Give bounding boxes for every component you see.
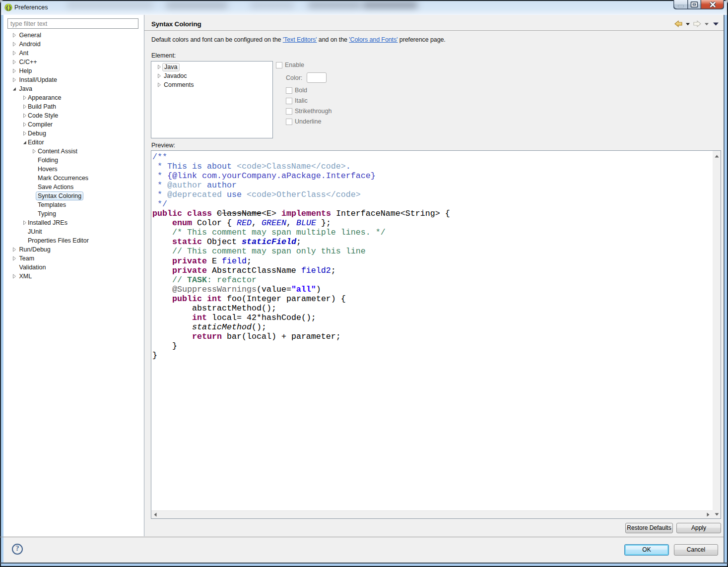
svg-text:{: { xyxy=(6,4,8,10)
svg-text:}: } xyxy=(9,4,11,10)
